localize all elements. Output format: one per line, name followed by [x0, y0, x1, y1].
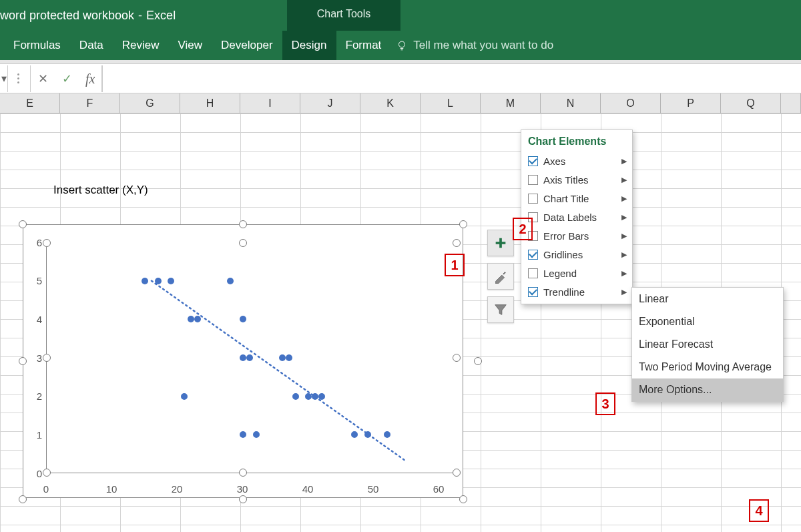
- chart-element-item-legend[interactable]: Legend▶: [521, 264, 632, 282]
- data-point[interactable]: [227, 278, 234, 284]
- data-point[interactable]: [142, 278, 148, 284]
- tab-review[interactable]: Review: [113, 31, 169, 60]
- col-header[interactable]: M: [481, 93, 541, 113]
- tab-developer[interactable]: Developer: [212, 31, 282, 60]
- resize-handle[interactable]: [239, 469, 247, 477]
- data-point[interactable]: [292, 393, 299, 400]
- checkbox[interactable]: [528, 250, 538, 260]
- data-point[interactable]: [253, 431, 260, 438]
- tell-me-box[interactable]: Tell me what you want to do: [390, 39, 553, 52]
- data-point[interactable]: [240, 354, 246, 361]
- plot-area[interactable]: [46, 242, 459, 473]
- resize-handle[interactable]: [453, 354, 461, 362]
- formula-input[interactable]: [102, 65, 801, 92]
- chevron-right-icon[interactable]: ▶: [621, 213, 627, 222]
- trendline-option-linear-forecast[interactable]: Linear Forecast: [632, 333, 783, 356]
- col-header[interactable]: J: [300, 93, 360, 113]
- chart-object[interactable]: 6 5 4 3 2 1 0 0 10 20 30 40 50 60: [23, 224, 463, 498]
- chevron-right-icon[interactable]: ▶: [621, 157, 627, 166]
- data-point[interactable]: [279, 354, 286, 361]
- trendline-option-two-period-moving-average[interactable]: Two Period Moving Average: [632, 356, 783, 378]
- tab-formulas[interactable]: Formulas: [4, 31, 70, 60]
- chevron-right-icon[interactable]: ▶: [621, 176, 627, 184]
- col-header[interactable]: G: [120, 93, 180, 113]
- col-header[interactable]: I: [240, 93, 300, 113]
- tab-data[interactable]: Data: [70, 31, 113, 60]
- data-point[interactable]: [246, 354, 253, 361]
- data-point[interactable]: [188, 316, 194, 322]
- data-point[interactable]: [312, 393, 318, 400]
- col-header[interactable]: E: [0, 93, 60, 113]
- resize-handle[interactable]: [43, 469, 51, 477]
- resize-handle[interactable]: [43, 239, 51, 247]
- chevron-right-icon[interactable]: ▶: [621, 288, 627, 296]
- resize-handle[interactable]: [239, 239, 247, 247]
- data-point[interactable]: [240, 431, 246, 438]
- col-header[interactable]: N: [541, 93, 601, 113]
- data-point[interactable]: [351, 431, 358, 438]
- col-header[interactable]: O: [601, 93, 661, 113]
- checkbox[interactable]: [528, 175, 538, 185]
- data-point[interactable]: [240, 316, 246, 322]
- checkbox[interactable]: [528, 268, 538, 278]
- name-box-dropdown[interactable]: ▾: [0, 65, 8, 92]
- trendline-option-linear[interactable]: Linear: [632, 288, 783, 310]
- confirm-entry-button[interactable]: ✓: [55, 65, 79, 92]
- data-point[interactable]: [364, 431, 371, 438]
- chart-element-item-data-labels[interactable]: Data Labels▶: [521, 208, 632, 226]
- col-header[interactable]: K: [360, 93, 421, 113]
- tab-view[interactable]: View: [169, 31, 212, 60]
- col-header[interactable]: Q: [721, 93, 781, 113]
- data-point[interactable]: [168, 278, 174, 284]
- resize-handle[interactable]: [19, 220, 27, 228]
- chart-elements-button[interactable]: [487, 230, 514, 256]
- data-point[interactable]: [194, 316, 201, 322]
- col-header[interactable]: L: [421, 93, 481, 113]
- data-point[interactable]: [318, 393, 325, 400]
- trendline-option-exponential[interactable]: Exponential: [632, 310, 783, 333]
- data-point[interactable]: [181, 393, 188, 400]
- tab-design[interactable]: Design: [282, 31, 336, 60]
- chart-filters-button[interactable]: [487, 296, 514, 323]
- chart-elements-panel: Chart Elements Axes▶Axis Titles▶Chart Ti…: [521, 129, 633, 304]
- col-header[interactable]: P: [661, 93, 721, 113]
- checkbox[interactable]: [528, 194, 538, 204]
- resize-handle[interactable]: [453, 469, 461, 477]
- resize-handle[interactable]: [453, 239, 461, 247]
- data-point[interactable]: [384, 431, 390, 438]
- resize-handle[interactable]: [459, 495, 467, 503]
- resize-handle[interactable]: [239, 220, 247, 228]
- chevron-right-icon[interactable]: ▶: [621, 194, 627, 203]
- resize-handle[interactable]: [474, 357, 482, 365]
- chart-element-item-axis-titles[interactable]: Axis Titles▶: [521, 170, 632, 189]
- resize-handle[interactable]: [19, 357, 27, 365]
- chevron-right-icon[interactable]: ▶: [621, 269, 627, 278]
- chart-styles-button[interactable]: [487, 263, 514, 290]
- resize-handle[interactable]: [239, 495, 247, 503]
- checkbox[interactable]: [528, 156, 538, 166]
- data-point[interactable]: [155, 278, 162, 284]
- resize-handle[interactable]: [19, 495, 27, 503]
- chart-element-item-gridlines[interactable]: Gridlines▶: [521, 245, 632, 264]
- tab-format[interactable]: Format: [336, 31, 391, 60]
- chart-element-item-trendline[interactable]: Trendline▶: [521, 282, 632, 301]
- cancel-entry-button[interactable]: ✕: [31, 65, 55, 92]
- chart-element-item-error-bars[interactable]: Error Bars▶: [521, 226, 632, 245]
- chevron-right-icon[interactable]: ▶: [621, 250, 627, 259]
- chart-element-item-axes[interactable]: Axes▶: [521, 152, 632, 170]
- col-header[interactable]: H: [180, 93, 240, 113]
- resize-handle[interactable]: [43, 354, 51, 362]
- data-point[interactable]: [286, 354, 292, 361]
- col-header[interactable]: F: [60, 93, 120, 113]
- data-point[interactable]: [305, 393, 312, 400]
- trendline-option-more-options[interactable]: More Options...: [632, 378, 783, 401]
- cell-f4[interactable]: Insert scatter (X,Y): [51, 182, 151, 199]
- window-title: word protected workbook - Excel: [0, 9, 176, 23]
- formula-bar-grip[interactable]: [17, 73, 19, 83]
- x-tick: 10: [106, 483, 117, 495]
- chevron-right-icon[interactable]: ▶: [621, 232, 627, 240]
- resize-handle[interactable]: [459, 220, 467, 228]
- fx-button[interactable]: fx: [79, 65, 102, 92]
- checkbox[interactable]: [528, 287, 538, 297]
- chart-element-item-chart-title[interactable]: Chart Title▶: [521, 189, 632, 208]
